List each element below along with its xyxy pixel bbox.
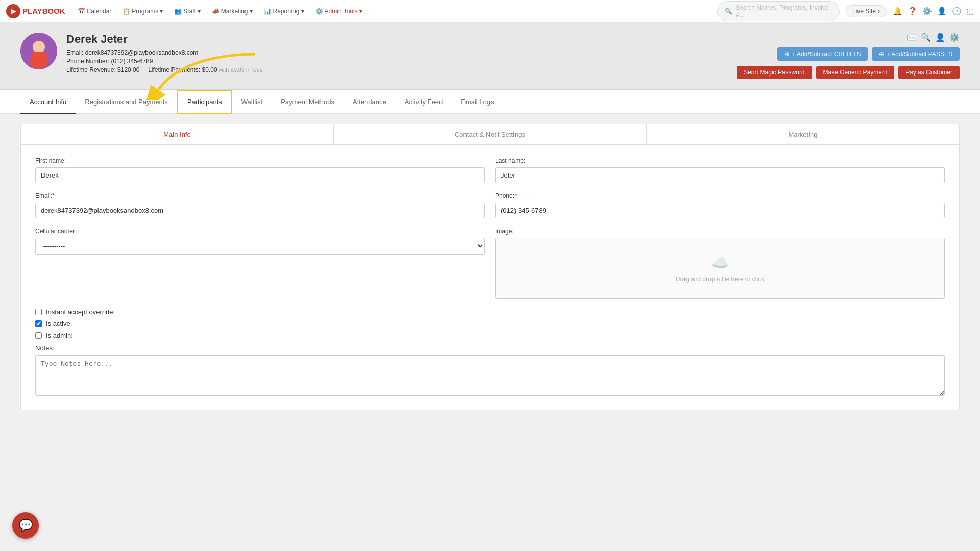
notes-textarea[interactable]: [35, 355, 945, 396]
nav-icon-group: 🔔 ❓ ⚙️ 👤 🕐 ⬚: [893, 7, 974, 16]
checkboxes-group: Instant accept override: Is active: Is a…: [35, 308, 945, 339]
tab-email-logs[interactable]: Email Logs: [452, 91, 503, 114]
email-label: Email:: [66, 49, 83, 56]
brand-logo[interactable]: ▶ PLAYBOOK: [6, 4, 65, 18]
help-icon[interactable]: ❓: [908, 7, 917, 16]
programs-icon: 📋: [122, 8, 130, 15]
profile-email: derek84737392@playbooksandbox8.com: [85, 49, 199, 56]
tab-attendance[interactable]: Attendance: [344, 91, 396, 114]
is-active-label: Is active:: [46, 320, 72, 328]
live-site-button[interactable]: Live Site ›: [846, 5, 887, 17]
phone-label: Phone:*: [495, 192, 945, 199]
instant-accept-row: Instant accept override:: [35, 308, 945, 316]
cellular-carrier-group: Cellular carrier: ----------: [35, 228, 485, 299]
carrier-image-row: Cellular carrier: ---------- Image: ☁️ D…: [35, 228, 945, 299]
first-name-input[interactable]: [35, 167, 485, 183]
first-name-label: First name:: [35, 157, 485, 164]
reporting-icon: 📊: [264, 8, 272, 15]
tab-activity-feed[interactable]: Activity Feed: [396, 91, 452, 114]
admin-icon: ⚙️: [315, 8, 323, 15]
user-icon[interactable]: 👤: [937, 7, 947, 16]
profile-phone: (012) 345-6789: [111, 58, 153, 65]
tab-waitlist[interactable]: Waitlist: [232, 91, 272, 114]
nav-reporting[interactable]: 📊 Reporting ▾: [259, 6, 309, 17]
last-name-group: Last name:: [495, 157, 945, 183]
top-icon-actions: ✉️ 🔍 👤 ⚙️: [906, 33, 960, 42]
tab-payment-methods[interactable]: Payment Methods: [272, 91, 344, 114]
upload-icon: ☁️: [711, 255, 729, 271]
cellular-carrier-select[interactable]: ----------: [35, 238, 485, 255]
avatar: [20, 33, 57, 69]
profile-header: Derek Jeter Email: derek84737392@playboo…: [0, 22, 980, 90]
search-bar[interactable]: 🔍 Search Names, Programs, Invoice #...: [717, 1, 840, 21]
main-content: Main Info Contact & Notif Settings Marke…: [0, 114, 980, 420]
email-input[interactable]: [35, 203, 485, 218]
make-generic-payment-button[interactable]: Make Generic Payment: [816, 66, 894, 79]
last-name-label: Last name:: [495, 157, 945, 164]
image-label: Image:: [495, 228, 945, 235]
profile-phone-line: Phone Number: (012) 345-6789: [66, 58, 263, 65]
profile-left: Derek Jeter Email: derek84737392@playboo…: [20, 33, 263, 75]
pay-as-customer-button[interactable]: Pay as Customer: [898, 66, 960, 79]
email-phone-row: Email:* Phone:*: [35, 192, 945, 218]
form-tab-contact-notif[interactable]: Contact & Notif Settings: [334, 124, 647, 144]
is-admin-label: Is admin:: [46, 332, 73, 339]
settings-icon[interactable]: ⚙️: [922, 7, 932, 16]
tabs-bar: Account Info Registrations and Payments …: [0, 90, 980, 114]
phone-input[interactable]: [495, 203, 945, 218]
bottom-actions: Send Magic Password Make Generic Payment…: [737, 66, 960, 79]
nav-calendar[interactable]: 📅 Calendar: [72, 6, 117, 17]
search-icon: 🔍: [725, 8, 732, 15]
image-group: Image: ☁️ Drag and drop a file here or c…: [495, 228, 945, 299]
marketing-icon: 📣: [212, 8, 219, 15]
last-name-input[interactable]: [495, 167, 945, 183]
email-group: Email:*: [35, 192, 485, 218]
svg-rect-3: [31, 52, 47, 59]
notes-group: Notes:: [35, 344, 945, 397]
notification-icon[interactable]: 🔔: [893, 7, 902, 16]
form-tab-marketing[interactable]: Marketing: [647, 124, 959, 144]
svg-point-1: [33, 41, 45, 53]
is-admin-row: Is admin:: [35, 332, 945, 339]
plus-passes-icon: ⊕: [879, 51, 884, 58]
tab-account-info[interactable]: Account Info: [20, 91, 76, 114]
calendar-icon: 📅: [78, 8, 85, 15]
add-credits-button[interactable]: ⊕ + Add/Subtract CREDITS: [777, 47, 868, 61]
email-action-button[interactable]: ✉️: [906, 33, 917, 42]
brand-name: PLAYBOOK: [22, 7, 65, 15]
is-admin-checkbox[interactable]: [35, 332, 42, 339]
image-upload-area[interactable]: ☁️ Drag and drop a file here or click: [495, 238, 945, 299]
form-panel: Main Info Contact & Notif Settings Marke…: [20, 124, 960, 410]
user-action-button[interactable]: 👤: [935, 33, 945, 42]
add-passes-button[interactable]: ⊕ + Add/Subtract PASSES: [872, 47, 960, 61]
phone-group: Phone:*: [495, 192, 945, 218]
tab-registrations[interactable]: Registrations and Payments: [76, 91, 177, 114]
nav-marketing[interactable]: 📣 Marketing ▾: [207, 6, 258, 17]
send-magic-password-button[interactable]: Send Magic Password: [737, 66, 812, 79]
gear-action-button[interactable]: ⚙️: [949, 33, 960, 42]
profile-name: Derek Jeter: [66, 33, 263, 46]
top-navigation: ▶ PLAYBOOK 📅 Calendar 📋 Programs ▾ 👥 Sta…: [0, 0, 980, 22]
notes-label: Notes:: [35, 344, 945, 352]
form-tab-main-info[interactable]: Main Info: [21, 124, 334, 144]
nav-programs[interactable]: 📋 Programs ▾: [117, 6, 168, 17]
cellular-carrier-label: Cellular carrier:: [35, 228, 485, 235]
instant-accept-label: Instant accept override:: [46, 308, 115, 316]
history-icon[interactable]: 🕐: [952, 7, 962, 16]
nav-staff[interactable]: 👥 Staff ▾: [169, 6, 205, 17]
is-active-row: Is active:: [35, 320, 945, 328]
is-active-checkbox[interactable]: [35, 320, 42, 327]
logout-icon[interactable]: ⬚: [967, 7, 974, 16]
search-action-button[interactable]: 🔍: [921, 33, 931, 42]
nav-admin-tools[interactable]: ⚙️ Admin Tools ▾: [310, 6, 368, 17]
nav-links: 📅 Calendar 📋 Programs ▾ 👥 Staff ▾ 📣 Mark…: [72, 6, 715, 17]
instant-accept-checkbox[interactable]: [35, 309, 42, 315]
profile-info: Derek Jeter Email: derek84737392@playboo…: [66, 33, 263, 75]
form-tabs: Main Info Contact & Notif Settings Marke…: [21, 124, 959, 145]
profile-actions: ✉️ 🔍 👤 ⚙️ ⊕ + Add/Subtract CREDITS ⊕ + A…: [737, 33, 960, 79]
tab-participants[interactable]: Participants: [177, 90, 232, 114]
staff-icon: 👥: [174, 8, 182, 15]
brand-icon: ▶: [6, 4, 20, 18]
email-label: Email:*: [35, 192, 485, 199]
name-row: First name: Last name:: [35, 157, 945, 183]
